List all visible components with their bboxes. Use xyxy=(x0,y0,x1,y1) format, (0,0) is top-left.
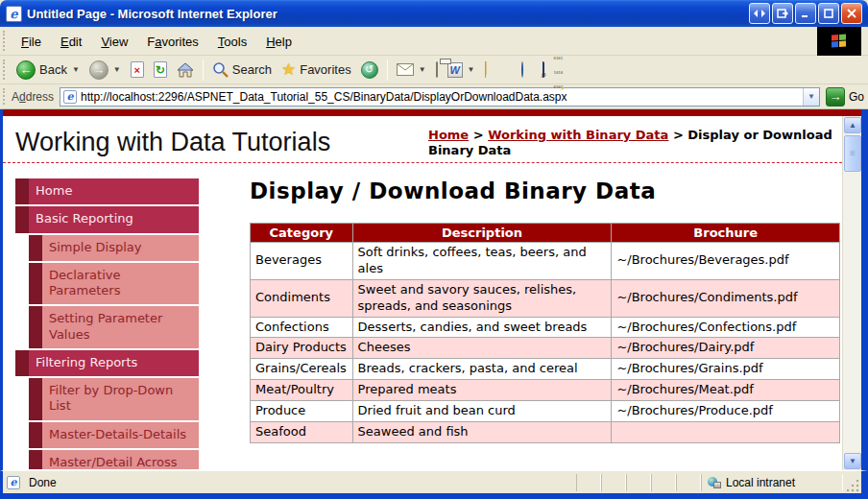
sidebar-item-setting-parameter-values[interactable]: Setting Parameter Values xyxy=(29,306,199,348)
category-cell: Beverages xyxy=(251,243,353,280)
sidebar-item-master-details-details[interactable]: Master-Details-Details xyxy=(29,422,199,448)
table-row-seafood: SeafoodSeaweed and fish xyxy=(251,422,840,443)
forward-icon: → xyxy=(89,60,108,80)
category-cell: Dairy Products xyxy=(251,338,353,359)
category-cell: Condiments xyxy=(251,279,353,317)
sidebar-item-marker xyxy=(29,306,42,348)
categories-table: CategoryDescriptionBrochure BeveragesSof… xyxy=(250,223,840,443)
sidebar-item-label: Filter by Drop-Down List xyxy=(42,378,199,420)
home-icon xyxy=(177,62,194,78)
description-cell: Seaweed and fish xyxy=(352,422,612,443)
page-content: Working with Data Tutorials Home > Worki… xyxy=(3,116,861,470)
chevron-down-icon: ▼ xyxy=(419,65,426,74)
toolbar-button-label: Search xyxy=(232,62,272,77)
home-button[interactable] xyxy=(172,60,199,80)
description-cell: Soft drinks, coffees, teas, beers, and a… xyxy=(352,243,612,280)
window-title: Untitled Page - Microsoft Internet Explo… xyxy=(27,7,749,21)
toolbar-grip[interactable] xyxy=(3,59,8,79)
sidebar-item-label: Home xyxy=(29,178,199,204)
brochure-cell: ~/Brochures/Produce.pdf xyxy=(612,401,840,422)
column-header-description: Description xyxy=(352,224,612,243)
sidebar-item-declarative-parameters[interactable]: Declarative Parameters xyxy=(29,263,199,305)
category-cell: Confections xyxy=(251,317,353,338)
sidebar-item-master-detail-across-two-pages[interactable]: Master/Detail Across Two Pages xyxy=(29,450,199,469)
sidebar-item-filter-by-drop-down-list[interactable]: Filter by Drop-Down List xyxy=(29,378,199,420)
resize-horizontal-button[interactable] xyxy=(749,3,770,24)
table-row-dairy-products: Dairy ProductsCheeses~/Brochures/Dairy.p… xyxy=(251,338,840,359)
back-button[interactable]: ←Back▼ xyxy=(12,59,84,82)
browser-window: e Untitled Page - Microsoft Internet Exp… xyxy=(0,0,868,499)
sidebar-menu: HomeBasic ReportingSimple DisplayDeclara… xyxy=(15,178,199,469)
forward-button[interactable]: →▼ xyxy=(84,59,126,82)
stop-button[interactable]: × xyxy=(126,59,149,80)
close-button[interactable] xyxy=(841,3,862,24)
address-dropdown-button[interactable]: ▼ xyxy=(803,88,819,106)
toolbar-grip[interactable] xyxy=(3,31,8,50)
menu-file[interactable]: File xyxy=(12,31,51,53)
sidebar-item-marker xyxy=(29,235,42,261)
menu-help[interactable]: Help xyxy=(256,31,301,53)
status-page-icon: e xyxy=(7,476,20,489)
detach-window-button[interactable] xyxy=(772,3,793,24)
menu-favorites[interactable]: Favorites xyxy=(137,31,207,53)
title-bar: e Untitled Page - Microsoft Internet Exp… xyxy=(0,0,868,27)
sidebar-item-label: Basic Reporting xyxy=(29,206,199,232)
toolbar-grip[interactable] xyxy=(3,88,8,106)
research-button[interactable] xyxy=(538,60,549,79)
breadcrumb-home[interactable]: Home xyxy=(428,128,469,142)
favorites-button[interactable]: ★Favorites xyxy=(277,58,356,82)
history-button[interactable]: ↺ xyxy=(356,59,383,81)
category-cell: Meat/Poultry xyxy=(251,380,353,401)
brochure-cell: ~/Brochures/Confections.pdf xyxy=(612,317,840,338)
menu-view[interactable]: View xyxy=(91,31,137,53)
menu-tools[interactable]: Tools xyxy=(208,31,256,53)
standard-toolbar: ←Back▼→▼×↻Search★Favorites↺▼W▼0101101001… xyxy=(0,56,868,84)
scrollbar-thumb[interactable] xyxy=(844,135,861,172)
refresh-button[interactable]: ↻ xyxy=(149,59,172,80)
site-title: Working with Data Tutorials xyxy=(15,122,428,160)
sidebar-item-marker xyxy=(29,263,42,305)
search-button[interactable]: Search xyxy=(207,59,277,80)
brochure-cell: ~/Brochures/Dairy.pdf xyxy=(612,338,840,359)
history-icon: ↺ xyxy=(361,61,378,79)
sidebar-item-simple-display[interactable]: Simple Display xyxy=(29,235,199,261)
sidebar-item-label: Simple Display xyxy=(42,235,199,261)
sidebar-item-home[interactable]: Home xyxy=(15,178,199,204)
description-cell: Sweet and savory sauces, relishes, sprea… xyxy=(352,279,612,317)
breadcrumb-working-with-binary-data[interactable]: Working with Binary Data xyxy=(488,128,668,142)
brochure-cell: ~/Brochures/Grains.pdf xyxy=(612,359,840,380)
status-bar: e Done Local intranet xyxy=(0,470,868,493)
go-button[interactable]: → Go xyxy=(826,87,864,107)
vertical-scrollbar[interactable]: ▲ ▼ xyxy=(842,116,861,470)
toolbar-separator xyxy=(203,59,204,81)
maximize-button[interactable] xyxy=(818,3,839,24)
sidebar-item-filtering-reports[interactable]: Filtering Reports xyxy=(15,350,199,376)
main-content: Display / Download Binary Data CategoryD… xyxy=(250,163,840,469)
page-header: Working with Data Tutorials Home > Worki… xyxy=(3,116,842,163)
address-input[interactable] xyxy=(81,89,803,105)
mail-icon xyxy=(397,63,414,76)
sidebar-item-label: Setting Parameter Values xyxy=(42,306,199,348)
windows-logo-icon xyxy=(832,34,847,48)
notes-button[interactable] xyxy=(480,60,492,79)
brochure-cell: ~/Brochures/Beverages.pdf xyxy=(612,243,840,280)
minimize-button[interactable] xyxy=(795,3,816,24)
window-controls xyxy=(749,3,862,24)
fox-button[interactable] xyxy=(528,68,538,72)
category-cell: Seafood xyxy=(251,422,353,443)
sidebar-item-basic-reporting[interactable]: Basic Reporting xyxy=(15,206,199,232)
messenger-button[interactable] xyxy=(517,60,528,79)
address-field: e ▼ xyxy=(60,87,820,107)
mail-button[interactable]: ▼ xyxy=(392,61,431,78)
favorites-icon: ★ xyxy=(281,59,296,80)
description-cell: Cheeses xyxy=(352,338,612,359)
status-text: Done xyxy=(29,476,57,489)
menu-edit[interactable]: Edit xyxy=(51,31,91,53)
sidebar-item-marker xyxy=(15,350,29,376)
scroll-down-button[interactable]: ▼ xyxy=(844,453,861,469)
security-zone-label: Local intranet xyxy=(726,476,795,489)
column-header-brochure: Brochure xyxy=(612,224,840,243)
scroll-up-button[interactable]: ▲ xyxy=(844,117,861,133)
print-button[interactable] xyxy=(431,60,443,79)
resize-grip[interactable] xyxy=(847,480,860,493)
